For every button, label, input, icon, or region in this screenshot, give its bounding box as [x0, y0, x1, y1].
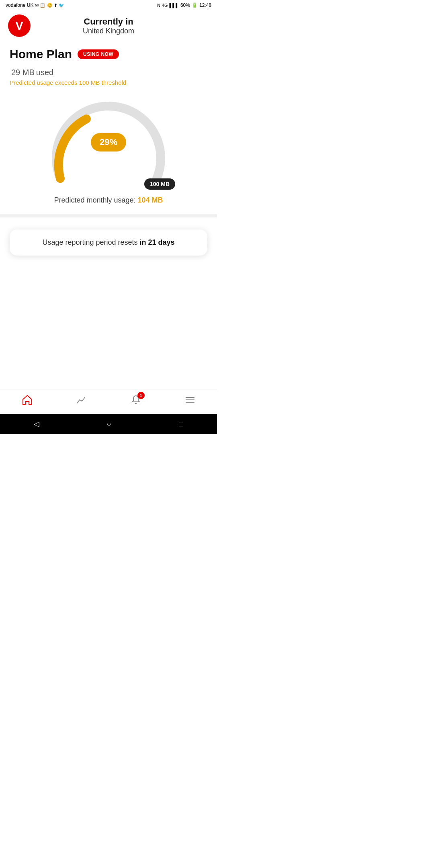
status-right: N 4G ▌▌▌ 60% 🔋 12:48 — [157, 2, 211, 8]
chart-icon — [76, 394, 87, 408]
usage-warning: Predicted usage exceeds 100 MB threshold — [10, 79, 207, 86]
gauge-percent-badge: 29% — [91, 133, 126, 151]
android-back[interactable]: ◁ — [34, 420, 39, 428]
vodafone-logo: V — [8, 14, 31, 37]
battery-icon: 🔋 — [192, 2, 198, 8]
svg-text:V: V — [15, 19, 23, 32]
currently-in-label: Currently in — [31, 16, 186, 27]
bell-badge: 1 — [137, 392, 145, 399]
clock: 12:48 — [199, 2, 211, 8]
nav-bell[interactable]: 1 — [130, 394, 141, 408]
app-header: V Currently in United Kingdom — [0, 10, 217, 43]
android-recent[interactable]: □ — [179, 420, 183, 428]
section-divider — [0, 214, 217, 217]
predicted-value: 104 MB — [138, 196, 163, 204]
plan-title: Home Plan — [10, 47, 72, 61]
main-content: Home Plan USING NOW 29 MBused Predicted … — [0, 43, 217, 389]
gauge-container: 29% 100 MB — [10, 94, 207, 190]
nav-home[interactable] — [22, 394, 33, 408]
status-left: vodafone UK ✉ 📋 😊 ⬆ 🐦 — [6, 2, 64, 8]
battery-pct: 60% — [180, 2, 190, 8]
network-icon: 4G — [162, 3, 168, 8]
signal-icon: ▌▌▌ — [170, 3, 179, 8]
bottom-nav: 1 — [0, 389, 217, 414]
usage-amount: 29 MBused — [10, 63, 207, 78]
plan-row: Home Plan USING NOW — [10, 47, 207, 61]
nfc-icon: N — [157, 3, 160, 8]
country-label: United Kingdom — [31, 27, 186, 35]
menu-icon — [184, 394, 196, 408]
nav-menu[interactable] — [184, 394, 196, 408]
android-home[interactable]: ○ — [107, 420, 111, 428]
home-icon — [22, 394, 33, 408]
predicted-monthly: Predicted monthly usage: 104 MB — [10, 196, 207, 205]
reset-card: Usage reporting period resets in 21 days — [10, 229, 207, 256]
reset-card-wrapper: Usage reporting period resets in 21 days — [10, 217, 207, 264]
nav-chart[interactable] — [76, 394, 87, 408]
gauge-threshold-badge: 100 MB — [144, 178, 175, 190]
android-nav: ◁ ○ □ — [0, 414, 217, 434]
reset-bold: in 21 days — [140, 238, 175, 246]
header-text: Currently in United Kingdom — [31, 16, 186, 35]
using-now-badge: USING NOW — [78, 49, 119, 59]
carrier-label: vodafone UK — [6, 2, 33, 8]
status-icons: ✉ 📋 😊 ⬆ 🐦 — [35, 3, 64, 8]
status-bar: vodafone UK ✉ 📋 😊 ⬆ 🐦 N 4G ▌▌▌ 60% 🔋 12:… — [0, 0, 217, 10]
